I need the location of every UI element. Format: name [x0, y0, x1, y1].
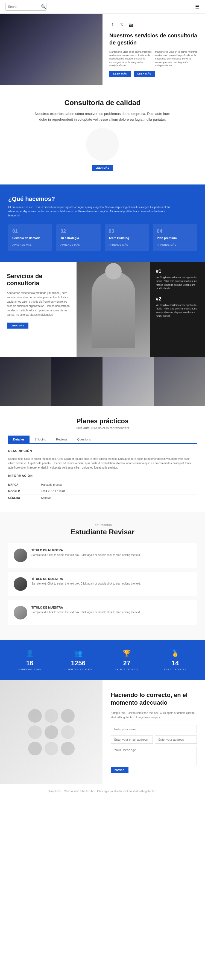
submit-button[interactable]: ENVIAR [111, 767, 128, 773]
testimonials-title: Estudiante Revisar [8, 528, 197, 536]
stat-label-1: ESPECIALISTAS [8, 668, 51, 671]
hero-image [0, 14, 102, 85]
descripcion-title: DESCRIPCIÓN [8, 449, 197, 454]
stat-item-3: 🏆 27 ÉXITOS TÍTULOS [105, 649, 149, 671]
stat-label-2: CLIENTES FELICES [57, 668, 100, 671]
services-right: #1 Vel fringilla est ullamcorper eget nu… [151, 262, 205, 357]
testimonials-label: Testimonios [8, 523, 197, 527]
stat-icon-4: 🥇 [154, 649, 197, 657]
photo-grid [0, 357, 205, 406]
hero-content: f 𝕏 📷 Nuestros servicios de consultoría … [102, 14, 205, 85]
search-input[interactable] [8, 5, 41, 9]
tab-reviews[interactable]: Reviews [51, 436, 72, 443]
what-card-link-4[interactable]: APRENDE MÁS [157, 243, 176, 246]
what-description: Ut pretium leo ut arcu. It is in bibendu… [8, 205, 172, 218]
tabs-bar: Detalles Shipping Reviews Questions [8, 436, 197, 444]
stat-item-2: 👥 1256 CLIENTES FELICES [57, 649, 100, 671]
what-card-1: 01 Servicio de llamada APRENDE MÁS [8, 224, 52, 251]
tab-detalles[interactable]: Detalles [8, 436, 29, 443]
testimonial-content-3: TÍTULO DE MUESTRA Sample text. Click to … [31, 606, 141, 614]
stat-number-4: 14 [154, 659, 197, 667]
stat-number-2: 1256 [57, 659, 100, 667]
info-title: INFORMACIÓN [8, 474, 197, 479]
testimonial-text-1: Sample text. Click to select the text bo… [31, 553, 141, 557]
what-card-link-2[interactable]: APRENDE MÁS [61, 243, 80, 246]
what-section: ¿Qué hacemos? Ut pretium leo ut arcu. It… [0, 185, 205, 262]
what-card-title-4: Plan premium [157, 236, 193, 240]
info-label-modelo: MODELO [8, 488, 41, 495]
testimonial-text-3: Sample text. Click to select the text bo… [31, 610, 141, 614]
testimonial-card-1: TÍTULO DE MUESTRA Sample text. Click to … [8, 543, 197, 568]
info-value-genero: Señoras [41, 495, 197, 501]
service-num-2: #2 [156, 296, 200, 302]
doing-section: Haciendo lo correcto, en el momento adec… [0, 680, 205, 784]
address-input[interactable] [155, 735, 197, 744]
footer-text: Sample text. Click to select the text bo… [8, 790, 197, 793]
doing-description: Sample text. Click to select the text bo… [111, 711, 197, 720]
services-title: Servicios de consultoría [7, 273, 70, 287]
stat-icon-2: 👥 [57, 649, 100, 657]
services-left: Servicios de consultoría Aportamos exper… [0, 262, 77, 357]
name-input[interactable] [111, 725, 197, 733]
doing-right: Haciendo lo correcto, en el momento adec… [102, 680, 205, 784]
circle-decoration [86, 128, 119, 161]
table-row: GÉNERO Señoras [8, 495, 197, 501]
testimonial-avatar-2 [14, 577, 27, 591]
social-icons: f 𝕏 📷 [109, 22, 198, 28]
service-text-1: Vel fringilla est ullamcorper eget nulla… [156, 276, 200, 291]
what-card-num-3: 03 [109, 228, 144, 234]
hero-btn2[interactable]: LEER MÁS [134, 71, 155, 77]
services-btn[interactable]: LEER MÁS [7, 323, 29, 329]
spots-decoration [28, 709, 75, 756]
testimonial-card-2: TÍTULO DE MUESTRA Sample text. Click to … [8, 572, 197, 596]
table-row: MODELO 7704.215.11.116.01 [8, 488, 197, 495]
quality-title: Consultoría de calidad [22, 99, 183, 107]
testimonials-section: Testimonios Estudiante Revisar TÍTULO DE… [0, 512, 205, 640]
tab-questions[interactable]: Questions [72, 436, 96, 443]
search-bar[interactable]: 🔍 [5, 3, 46, 11]
what-card-link-1[interactable]: APRENDE MÁS [12, 243, 32, 246]
stat-icon-1: 👤 [8, 649, 51, 657]
info-value-modelo: 7704.215.11.116.01 [41, 488, 197, 495]
facebook-icon[interactable]: f [109, 22, 115, 28]
what-title: ¿Qué hacemos? [8, 196, 197, 202]
hero-title: Nuestros servicios de consultoría de ges… [109, 32, 198, 46]
hero-col2: Mantener la vista en la palma mientras r… [155, 50, 199, 67]
what-card-title-2: Tu estrategia [61, 236, 96, 240]
testimonial-content-1: TÍTULO DE MUESTRA Sample text. Click to … [31, 549, 141, 557]
what-card-link-3[interactable]: APRENDE MÁS [109, 243, 128, 246]
what-card-title-3: Team Building [109, 236, 144, 240]
instagram-icon[interactable]: 📷 [128, 22, 134, 28]
info-label-genero: GÉNERO [8, 495, 41, 501]
stats-section: 👤 16 ESPECIALISTAS 👥 1256 CLIENTES FELIC… [0, 640, 205, 680]
info-value-marca: Marca de prueba [41, 482, 197, 488]
hero-col1: Mantener la vista en la palma mientras r… [109, 50, 152, 67]
what-card-num-1: 01 [12, 228, 48, 234]
testimonial-name-2: TÍTULO DE MUESTRA [31, 577, 141, 581]
stat-number-1: 16 [8, 659, 51, 667]
planes-section: Planes prácticos Duis aute irure dolor i… [0, 406, 205, 512]
email-input[interactable] [111, 735, 153, 744]
quality-description: Nuestros expertos saben cómo resolver lo… [34, 111, 171, 123]
testimonial-content-2: TÍTULO DE MUESTRA Sample text. Click to … [31, 577, 141, 585]
testimonial-text-2: Sample text. Click to select the text bo… [31, 582, 141, 585]
tab-shipping[interactable]: Shipping [29, 436, 51, 443]
photo-cell-3 [102, 357, 154, 406]
navbar: 🔍 ☰ [0, 0, 205, 14]
what-card-title-1: Servicio de llamada [12, 236, 48, 240]
message-input[interactable] [111, 746, 197, 765]
testimonial-name-1: TÍTULO DE MUESTRA [31, 549, 141, 552]
doing-title: Haciendo lo correcto, en el momento adec… [111, 691, 197, 707]
menu-icon[interactable]: ☰ [195, 4, 200, 10]
hero-btn1[interactable]: LEER MÁS [109, 71, 131, 77]
quality-section: Consultoría de calidad Nuestros expertos… [0, 85, 205, 185]
planes-subtitle: Duis aute irure dolor in reprehenderit [8, 426, 197, 430]
services-description: Aportamos experiencia profunda y funcion… [7, 291, 70, 317]
hero-section: f 𝕏 📷 Nuestros servicios de consultoría … [0, 14, 205, 85]
quality-btn[interactable]: LEER MÁS [92, 165, 114, 171]
testimonial-name-3: TÍTULO DE MUESTRA [31, 606, 141, 609]
what-card-num-2: 02 [61, 228, 96, 234]
service-item-1: #1 Vel fringilla est ullamcorper eget nu… [156, 269, 200, 291]
twitter-icon[interactable]: 𝕏 [119, 22, 125, 28]
contact-form: ENVIAR [111, 725, 197, 773]
